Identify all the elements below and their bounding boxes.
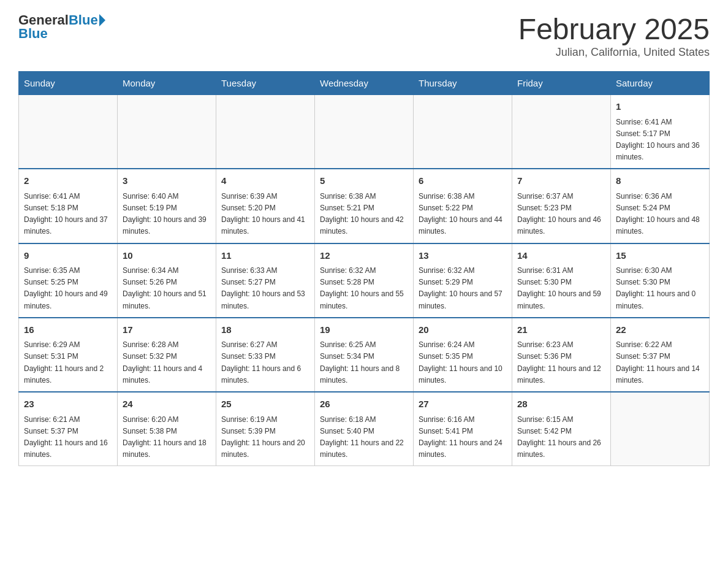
calendar-day-cell xyxy=(611,392,710,466)
calendar-week-row: 23Sunrise: 6:21 AMSunset: 5:37 PMDayligh… xyxy=(19,392,710,466)
day-info: Sunrise: 6:31 AMSunset: 5:30 PMDaylight:… xyxy=(517,265,605,312)
day-info: Sunrise: 6:41 AMSunset: 5:17 PMDaylight:… xyxy=(616,117,704,164)
calendar-day-cell: 28Sunrise: 6:15 AMSunset: 5:42 PMDayligh… xyxy=(512,392,611,466)
calendar-day-cell: 17Sunrise: 6:28 AMSunset: 5:32 PMDayligh… xyxy=(118,318,216,392)
day-info: Sunrise: 6:34 AMSunset: 5:26 PMDaylight:… xyxy=(123,265,211,312)
location: Julian, California, United States xyxy=(518,46,710,59)
calendar-day-cell: 21Sunrise: 6:23 AMSunset: 5:36 PMDayligh… xyxy=(512,318,611,392)
calendar-day-cell xyxy=(118,95,216,169)
calendar-day-cell: 6Sunrise: 6:38 AMSunset: 5:22 PMDaylight… xyxy=(414,169,512,243)
calendar-week-row: 9Sunrise: 6:35 AMSunset: 5:25 PMDaylight… xyxy=(19,243,710,318)
logo-sub: Blue xyxy=(18,26,48,42)
day-number: 22 xyxy=(616,323,704,337)
day-number: 1 xyxy=(616,100,704,114)
day-number: 18 xyxy=(221,323,309,337)
day-number: 27 xyxy=(419,397,507,412)
day-info: Sunrise: 6:27 AMSunset: 5:33 PMDaylight:… xyxy=(221,339,309,386)
day-number: 6 xyxy=(419,174,507,188)
day-number: 13 xyxy=(419,249,507,263)
day-info: Sunrise: 6:20 AMSunset: 5:38 PMDaylight:… xyxy=(123,414,211,461)
day-info: Sunrise: 6:19 AMSunset: 5:39 PMDaylight:… xyxy=(221,414,309,461)
day-number: 11 xyxy=(221,249,309,263)
calendar-day-cell: 15Sunrise: 6:30 AMSunset: 5:30 PMDayligh… xyxy=(611,243,710,318)
calendar-day-cell xyxy=(315,95,414,169)
day-number: 5 xyxy=(320,174,408,188)
day-info: Sunrise: 6:38 AMSunset: 5:21 PMDaylight:… xyxy=(320,191,408,238)
day-info: Sunrise: 6:18 AMSunset: 5:40 PMDaylight:… xyxy=(320,414,408,461)
logo-blue-text: Blue xyxy=(69,12,98,28)
day-info: Sunrise: 6:41 AMSunset: 5:18 PMDaylight:… xyxy=(24,191,112,238)
day-number: 21 xyxy=(517,323,605,337)
day-number: 26 xyxy=(320,397,408,412)
calendar-day-cell: 23Sunrise: 6:21 AMSunset: 5:37 PMDayligh… xyxy=(19,392,118,466)
calendar-day-cell: 3Sunrise: 6:40 AMSunset: 5:19 PMDaylight… xyxy=(118,169,216,243)
calendar-day-cell: 4Sunrise: 6:39 AMSunset: 5:20 PMDaylight… xyxy=(216,169,315,243)
day-info: Sunrise: 6:28 AMSunset: 5:32 PMDaylight:… xyxy=(123,339,211,386)
day-info: Sunrise: 6:36 AMSunset: 5:24 PMDaylight:… xyxy=(616,191,704,238)
day-info: Sunrise: 6:21 AMSunset: 5:37 PMDaylight:… xyxy=(24,414,112,461)
day-number: 20 xyxy=(419,323,507,337)
page-header: GeneralBlue Blue February 2025 Julian, C… xyxy=(18,12,710,59)
calendar-table: SundayMondayTuesdayWednesdayThursdayFrid… xyxy=(18,71,710,466)
calendar-day-cell xyxy=(414,95,512,169)
day-number: 17 xyxy=(123,323,211,337)
calendar-day-cell xyxy=(19,95,118,169)
calendar-day-cell: 24Sunrise: 6:20 AMSunset: 5:38 PMDayligh… xyxy=(118,392,216,466)
calendar-day-cell: 11Sunrise: 6:33 AMSunset: 5:27 PMDayligh… xyxy=(216,243,315,318)
calendar-day-cell: 22Sunrise: 6:22 AMSunset: 5:37 PMDayligh… xyxy=(611,318,710,392)
day-number: 9 xyxy=(24,249,112,263)
day-number: 14 xyxy=(517,249,605,263)
calendar-day-cell: 8Sunrise: 6:36 AMSunset: 5:24 PMDaylight… xyxy=(611,169,710,243)
weekday-header-tuesday: Tuesday xyxy=(216,72,315,95)
weekday-header-friday: Friday xyxy=(512,72,611,95)
day-number: 4 xyxy=(221,174,309,188)
day-info: Sunrise: 6:23 AMSunset: 5:36 PMDaylight:… xyxy=(517,339,605,386)
day-info: Sunrise: 6:35 AMSunset: 5:25 PMDaylight:… xyxy=(24,265,112,312)
calendar-day-cell: 14Sunrise: 6:31 AMSunset: 5:30 PMDayligh… xyxy=(512,243,611,318)
day-number: 3 xyxy=(123,174,211,188)
month-title: February 2025 xyxy=(518,12,710,46)
day-info: Sunrise: 6:22 AMSunset: 5:37 PMDaylight:… xyxy=(616,339,704,386)
day-info: Sunrise: 6:16 AMSunset: 5:41 PMDaylight:… xyxy=(419,414,507,461)
day-number: 7 xyxy=(517,174,605,188)
calendar-day-cell: 20Sunrise: 6:24 AMSunset: 5:35 PMDayligh… xyxy=(414,318,512,392)
calendar-day-cell: 26Sunrise: 6:18 AMSunset: 5:40 PMDayligh… xyxy=(315,392,414,466)
calendar-day-cell: 1Sunrise: 6:41 AMSunset: 5:17 PMDaylight… xyxy=(611,95,710,169)
day-number: 2 xyxy=(24,174,112,188)
weekday-header-monday: Monday xyxy=(118,72,216,95)
day-info: Sunrise: 6:38 AMSunset: 5:22 PMDaylight:… xyxy=(419,191,507,238)
day-info: Sunrise: 6:32 AMSunset: 5:29 PMDaylight:… xyxy=(419,265,507,312)
day-info: Sunrise: 6:25 AMSunset: 5:34 PMDaylight:… xyxy=(320,339,408,386)
logo-arrow-icon xyxy=(99,14,105,26)
weekday-header-row: SundayMondayTuesdayWednesdayThursdayFrid… xyxy=(19,72,710,95)
day-info: Sunrise: 6:30 AMSunset: 5:30 PMDaylight:… xyxy=(616,265,704,312)
calendar-day-cell: 19Sunrise: 6:25 AMSunset: 5:34 PMDayligh… xyxy=(315,318,414,392)
calendar-day-cell: 18Sunrise: 6:27 AMSunset: 5:33 PMDayligh… xyxy=(216,318,315,392)
day-number: 28 xyxy=(517,397,605,412)
weekday-header-wednesday: Wednesday xyxy=(315,72,414,95)
logo: GeneralBlue Blue xyxy=(18,12,105,42)
calendar-week-row: 16Sunrise: 6:29 AMSunset: 5:31 PMDayligh… xyxy=(19,318,710,392)
calendar-day-cell: 2Sunrise: 6:41 AMSunset: 5:18 PMDaylight… xyxy=(19,169,118,243)
day-info: Sunrise: 6:39 AMSunset: 5:20 PMDaylight:… xyxy=(221,191,309,238)
calendar-day-cell: 7Sunrise: 6:37 AMSunset: 5:23 PMDaylight… xyxy=(512,169,611,243)
day-info: Sunrise: 6:37 AMSunset: 5:23 PMDaylight:… xyxy=(517,191,605,238)
day-number: 12 xyxy=(320,249,408,263)
calendar-day-cell xyxy=(216,95,315,169)
day-info: Sunrise: 6:15 AMSunset: 5:42 PMDaylight:… xyxy=(517,414,605,461)
day-number: 15 xyxy=(616,249,704,263)
day-info: Sunrise: 6:24 AMSunset: 5:35 PMDaylight:… xyxy=(419,339,507,386)
calendar-week-row: 1Sunrise: 6:41 AMSunset: 5:17 PMDaylight… xyxy=(19,95,710,169)
day-info: Sunrise: 6:32 AMSunset: 5:28 PMDaylight:… xyxy=(320,265,408,312)
weekday-header-saturday: Saturday xyxy=(611,72,710,95)
calendar-day-cell: 13Sunrise: 6:32 AMSunset: 5:29 PMDayligh… xyxy=(414,243,512,318)
title-area: February 2025 Julian, California, United… xyxy=(518,12,710,59)
day-number: 24 xyxy=(123,397,211,412)
day-number: 19 xyxy=(320,323,408,337)
day-info: Sunrise: 6:33 AMSunset: 5:27 PMDaylight:… xyxy=(221,265,309,312)
calendar-day-cell: 25Sunrise: 6:19 AMSunset: 5:39 PMDayligh… xyxy=(216,392,315,466)
calendar-day-cell: 5Sunrise: 6:38 AMSunset: 5:21 PMDaylight… xyxy=(315,169,414,243)
calendar-day-cell: 12Sunrise: 6:32 AMSunset: 5:28 PMDayligh… xyxy=(315,243,414,318)
day-info: Sunrise: 6:40 AMSunset: 5:19 PMDaylight:… xyxy=(123,191,211,238)
day-number: 10 xyxy=(123,249,211,263)
